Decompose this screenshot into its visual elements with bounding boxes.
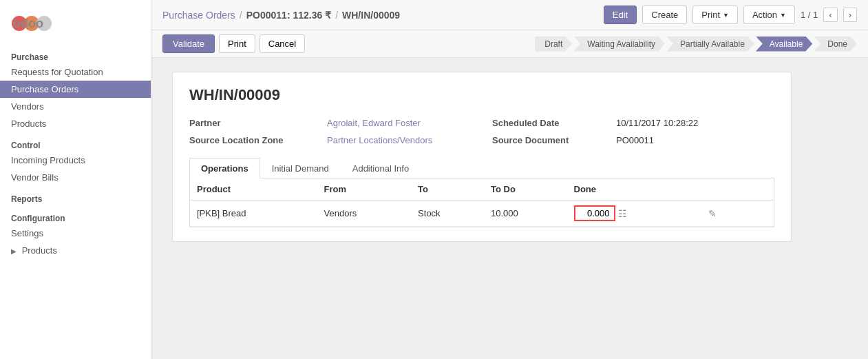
main-area: Purchase Orders / PO00011: 112.36 ₹ / WH… [151,0,868,359]
source-location-value[interactable]: Partner Locations/Vendors [327,134,492,145]
action-button[interactable]: Action ▼ [743,6,795,24]
form-area: WH/IN/00009 Partner Agrolait, Edward Fos… [151,58,868,359]
col-to: To [411,178,484,201]
sidebar-item-products-purchase[interactable]: Products [0,115,151,132]
breadcrumb-parent-link[interactable]: Purchase Orders [162,10,235,21]
breadcrumb-wh: WH/IN/00009 [342,10,400,21]
breadcrumb: Purchase Orders / PO00011: 112.36 ₹ / WH… [162,10,400,21]
edit-row-icon[interactable]: ✎ [708,208,717,219]
control-header: Control [0,135,151,152]
partner-label: Partner [189,116,327,128]
purchase-header: Purchase [0,47,151,63]
reports-header: Reports [0,189,151,205]
form-card: WH/IN/00009 Partner Agrolait, Edward Fos… [172,72,792,242]
cancel-button[interactable]: Cancel [260,34,305,53]
breadcrumb-sep1: / [240,10,242,21]
cell-extra [746,201,774,227]
form-title: WH/IN/00009 [189,86,774,104]
status-print-button[interactable]: Print [219,34,255,53]
list-detail-icon[interactable]: ☷ [618,208,627,219]
sidebar-item-vendors[interactable]: Vendors [0,98,151,115]
step-draft: Draft [535,37,572,52]
tab-initial-demand[interactable]: Initial Demand [260,158,341,178]
sidebar-item-products-config[interactable]: ▶ Products [0,242,151,259]
tabs: Operations Initial Demand Additional Inf… [189,158,774,178]
create-button[interactable]: Create [642,6,687,24]
step-available: Available [756,37,812,52]
tab-operations[interactable]: Operations [189,158,260,178]
print-label: Print [701,10,720,20]
breadcrumb-right: Edit Create Print ▼ Action ▼ 1 / 1 ‹ › [604,6,857,24]
tab-additional-info[interactable]: Additional Info [341,158,421,178]
col-extra1 [701,178,746,201]
sidebar-section-configuration: Configuration Settings ▶ Products [0,208,151,259]
sidebar: odoo Purchase Requests for Quotation Pur… [0,0,151,359]
cell-from: Vendors [317,201,412,227]
form-fields: Partner Agrolait, Edward Foster Schedule… [189,116,774,145]
expand-arrow-icon: ▶ [11,247,17,255]
action-dropdown-arrow-icon: ▼ [780,12,786,19]
sidebar-item-rfq[interactable]: Requests for Quotation [0,63,151,81]
sidebar-item-incoming-products[interactable]: Incoming Products [0,152,151,169]
configuration-header: Configuration [0,208,151,225]
source-document-label: Source Document [492,134,616,145]
breadcrumb-sep2: / [335,10,338,21]
action-label: Action [752,10,777,20]
sidebar-item-settings[interactable]: Settings [0,225,151,242]
step-done: Done [814,37,857,52]
sidebar-section-reports: Reports [0,189,151,205]
validate-button[interactable]: Validate [162,34,215,53]
done-input[interactable] [574,205,615,221]
breadcrumb-current-po: PO00011: 112.36 ₹ [246,10,331,21]
sidebar-item-vendor-bills[interactable]: Vendor Bills [0,169,151,186]
cell-to: Stock [411,201,484,227]
status-steps: Draft Waiting Availability Partially Ava… [533,37,857,52]
breadcrumb-bar: Purchase Orders / PO00011: 112.36 ₹ / WH… [151,0,868,30]
print-dropdown-arrow-icon: ▼ [723,12,729,19]
operations-table: Product From To To Do Done [PKB] Bread [190,178,774,227]
scheduled-date-label: Scheduled Date [492,116,616,128]
table-row: [PKB] Bread Vendors Stock 10.000 ☷ [190,201,774,227]
col-product: Product [190,178,317,201]
cell-edit: ✎ [701,201,746,227]
step-waiting: Waiting Availability [573,37,665,52]
prev-button[interactable]: ‹ [823,8,837,22]
col-todo: To Do [484,178,567,201]
col-extra2 [746,178,774,201]
partner-value[interactable]: Agrolait, Edward Foster [327,116,492,128]
edit-button[interactable]: Edit [604,6,637,24]
step-partially: Partially Available [666,37,754,52]
tab-content-operations: Product From To To Do Done [PKB] Bread [189,178,774,227]
print-button[interactable]: Print ▼ [692,6,738,24]
col-from: From [317,178,412,201]
done-cell: ☷ [574,205,695,221]
logo-svg: odoo [11,10,52,37]
sidebar-section-purchase: Purchase Requests for Quotation Purchase… [0,47,151,132]
source-location-label: Source Location Zone [189,134,327,145]
sidebar-item-purchase-orders[interactable]: Purchase Orders [0,81,151,98]
next-button[interactable]: › [843,8,857,22]
col-done: Done [567,178,702,201]
cell-product: [PKB] Bread [190,201,317,227]
source-document-value: PO00011 [616,134,781,145]
status-bar: Validate Print Cancel Draft Waiting Avai… [151,30,868,58]
cell-done: ☷ [567,201,702,227]
cell-todo: 10.000 [484,201,567,227]
scheduled-date-value: 10/11/2017 10:28:22 [616,116,781,128]
odoo-logo: odoo [11,10,52,37]
pagination-info: 1 / 1 [801,10,818,20]
svg-text:odoo: odoo [13,17,43,30]
sidebar-section-control: Control Incoming Products Vendor Bills [0,135,151,186]
logo-area: odoo [0,0,151,47]
